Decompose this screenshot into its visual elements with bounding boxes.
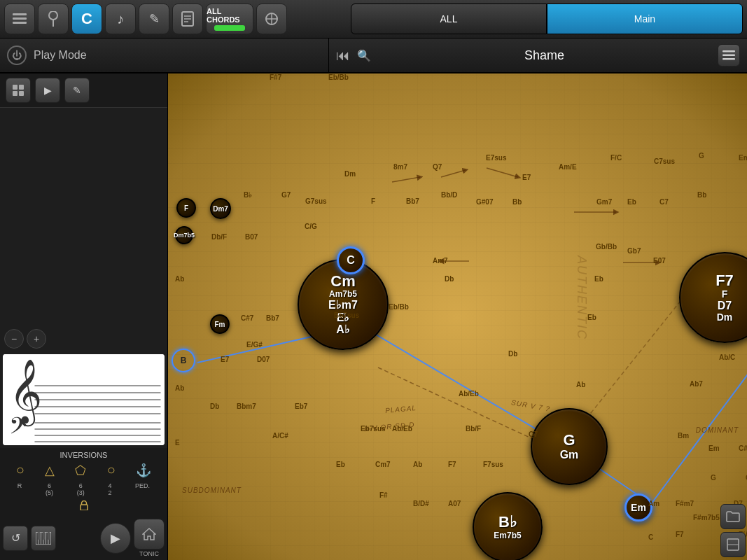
svg-marker-41 <box>143 528 155 540</box>
search-icon[interactable]: 🔍 <box>357 49 371 62</box>
fm-node[interactable]: Fm <box>210 314 230 334</box>
main-nav-label: Main <box>634 13 655 24</box>
minus-button[interactable]: − <box>4 329 24 349</box>
svg-text:𝄢: 𝄢 <box>9 413 27 444</box>
svg-rect-18 <box>19 91 24 96</box>
bb-node[interactable]: B♭ Em7b5 <box>473 492 543 560</box>
svg-rect-38 <box>38 532 40 540</box>
svg-rect-16 <box>19 85 24 90</box>
svg-rect-15 <box>13 85 18 90</box>
left-panel: ▶ ✎ − + 𝄞 𝄢 <box>0 74 168 560</box>
inv-triangle[interactable]: △ <box>45 463 55 478</box>
play-small-button[interactable]: ▶ <box>35 78 60 103</box>
inv-label-42: 42 <box>108 482 111 496</box>
c-circled-node[interactable]: C <box>337 246 365 274</box>
top-nav: ALL Main <box>351 4 743 34</box>
inv-circle2[interactable]: ○ <box>107 462 116 478</box>
all-chords-button[interactable]: ALL CHORDS <box>206 4 253 34</box>
inv-label-ped: PED. <box>135 482 150 496</box>
song-bar: ⏮ 🔍 Shame <box>329 44 747 66</box>
inv-label-r: R <box>18 482 22 496</box>
svg-rect-14 <box>722 58 735 60</box>
chord-button[interactable]: C <box>71 4 102 34</box>
music-icon: ♪ <box>117 11 124 27</box>
play-mode-label: Play Mode <box>34 49 87 62</box>
cm-node[interactable]: Cm Am7b5 E♭m7 E♭ A♭ <box>298 259 389 350</box>
inversions-shapes: ○ △ ⬠ ○ ⚓ <box>6 462 162 478</box>
doc-button[interactable] <box>172 4 203 34</box>
main-nav-button[interactable]: Main <box>547 4 743 34</box>
tonic-house-button[interactable] <box>134 519 165 550</box>
chord-icon: C <box>81 10 92 28</box>
play-button[interactable]: ▶ <box>100 523 131 554</box>
inv-anchor[interactable]: ⚓ <box>136 463 151 478</box>
g-node[interactable]: G Gm <box>531 408 608 485</box>
svg-rect-1 <box>13 18 27 20</box>
secondbar: ⏻ Play Mode ⏮ 🔍 Shame <box>0 38 747 74</box>
inv-pentagon[interactable]: ⬠ <box>75 463 86 478</box>
all-nav-button[interactable]: ALL <box>351 4 547 34</box>
svg-point-3 <box>49 11 57 20</box>
staff-notation: 𝄞 𝄢 <box>3 354 165 445</box>
chord-map: SUBDOMINANT DOMINANT PLAGAL II-V OR SD-D… <box>168 74 747 560</box>
song-title: Shame <box>378 48 711 63</box>
bottom-left-buttons: ↺ ▶ TONIC <box>0 516 167 560</box>
all-nav-label: ALL <box>440 13 458 24</box>
b-circled-node[interactable]: B <box>172 349 195 372</box>
svg-rect-39 <box>43 532 45 540</box>
rewind-button[interactable]: ⏮ <box>336 48 350 64</box>
power-button[interactable]: ⏻ <box>7 46 27 65</box>
svg-rect-0 <box>13 13 27 15</box>
inversions-label: INVERSIONS <box>6 451 162 459</box>
inversions-area: INVERSIONS ○ △ ⬠ ○ ⚓ R 6(5) 6(3) 42 PED. <box>0 448 167 516</box>
grid-button[interactable] <box>6 78 31 103</box>
play-mode-section: ⏻ Play Mode <box>0 38 329 73</box>
chord-bar-indicator <box>214 25 245 31</box>
inversions-labels: R 6(5) 6(3) 42 PED. <box>6 482 162 496</box>
edit-small-button[interactable]: ✎ <box>64 78 90 103</box>
dm7b5-node[interactable]: Dm7b5 <box>175 226 193 244</box>
dm7-node[interactable]: Dm7 <box>210 198 231 219</box>
lock-icon <box>79 500 89 510</box>
menu-button[interactable] <box>4 4 35 34</box>
edit-button[interactable] <box>256 4 287 34</box>
music-button[interactable]: ♪ <box>105 4 136 34</box>
all-chords-label: ALL CHORDS <box>207 7 253 24</box>
main-content: ▶ ✎ − + 𝄞 𝄢 <box>0 74 747 560</box>
left-toolbar: ▶ ✎ <box>0 74 167 108</box>
svg-rect-40 <box>48 532 50 540</box>
pencil-button[interactable]: ✎ <box>139 4 169 34</box>
staff-area: − + 𝄞 𝄢 <box>0 108 167 448</box>
inv-label-65: 6(5) <box>46 482 53 496</box>
inv-circle[interactable]: ○ <box>16 462 25 478</box>
staff-controls: − + <box>0 326 167 351</box>
svg-rect-2 <box>13 22 27 24</box>
f-node[interactable]: F <box>176 198 196 218</box>
folder-button[interactable] <box>720 504 746 529</box>
piano-button[interactable] <box>31 526 56 551</box>
right-col-buttons <box>720 504 746 557</box>
inv-label-63: 6(3) <box>77 482 85 496</box>
svg-rect-13 <box>722 55 735 57</box>
pin-button[interactable] <box>38 4 69 34</box>
pencil-icon: ✎ <box>149 11 160 27</box>
toolbar: C ♪ ✎ ALL CHORDS ALL Main <box>0 0 747 38</box>
expand-button[interactable] <box>720 532 746 557</box>
svg-rect-31 <box>81 505 88 510</box>
options-button[interactable] <box>718 44 740 66</box>
svg-rect-17 <box>13 91 18 96</box>
rotate-button[interactable]: ↺ <box>3 526 28 551</box>
map-background <box>168 74 747 560</box>
plus-button[interactable]: + <box>27 329 46 349</box>
em-circled-node[interactable]: Em <box>624 493 652 522</box>
tonic-label: TONIC <box>139 550 159 557</box>
svg-rect-12 <box>722 50 735 52</box>
